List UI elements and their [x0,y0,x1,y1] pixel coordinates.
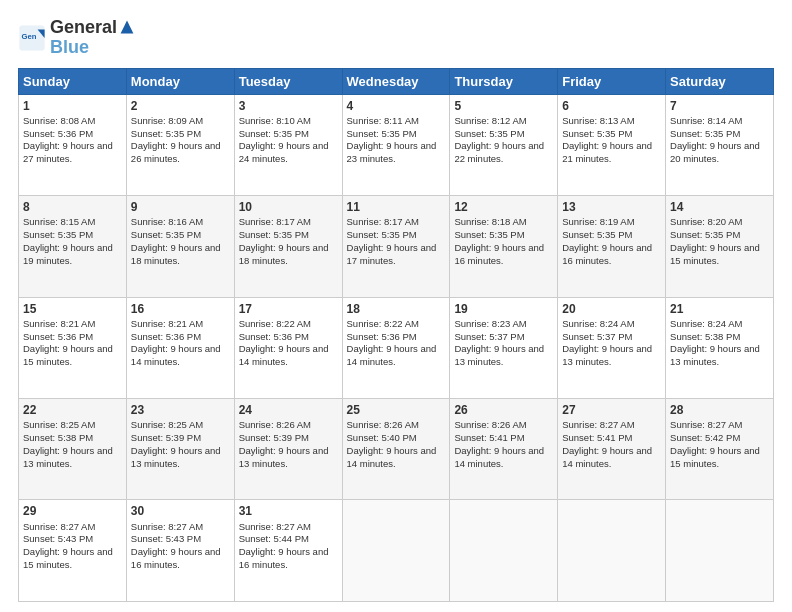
day-number: 27 [562,402,661,418]
day-cell: 5Sunrise: 8:12 AMSunset: 5:35 PMDaylight… [450,94,558,195]
day-number: 25 [347,402,446,418]
day-cell: 16Sunrise: 8:21 AMSunset: 5:36 PMDayligh… [126,297,234,398]
day-cell: 24Sunrise: 8:26 AMSunset: 5:39 PMDayligh… [234,399,342,500]
day-number: 7 [670,98,769,114]
day-number: 23 [131,402,230,418]
day-number: 16 [131,301,230,317]
day-cell: 1Sunrise: 8:08 AMSunset: 5:36 PMDaylight… [19,94,127,195]
svg-text:Gen: Gen [22,32,37,41]
col-header-tuesday: Tuesday [234,68,342,94]
day-number: 17 [239,301,338,317]
day-number: 11 [347,199,446,215]
day-number: 31 [239,503,338,519]
day-cell: 14Sunrise: 8:20 AMSunset: 5:35 PMDayligh… [666,196,774,297]
header: Gen GeneralBlue [18,18,774,58]
calendar-table: SundayMondayTuesdayWednesdayThursdayFrid… [18,68,774,602]
day-cell: 3Sunrise: 8:10 AMSunset: 5:35 PMDaylight… [234,94,342,195]
day-cell: 19Sunrise: 8:23 AMSunset: 5:37 PMDayligh… [450,297,558,398]
day-number: 6 [562,98,661,114]
day-cell [558,500,666,602]
day-cell: 2Sunrise: 8:09 AMSunset: 5:35 PMDaylight… [126,94,234,195]
day-cell: 7Sunrise: 8:14 AMSunset: 5:35 PMDaylight… [666,94,774,195]
day-cell: 29Sunrise: 8:27 AMSunset: 5:43 PMDayligh… [19,500,127,602]
day-number: 18 [347,301,446,317]
day-number: 10 [239,199,338,215]
day-number: 8 [23,199,122,215]
col-header-sunday: Sunday [19,68,127,94]
logo-icon: Gen [18,24,46,52]
day-cell: 27Sunrise: 8:27 AMSunset: 5:41 PMDayligh… [558,399,666,500]
logo: Gen GeneralBlue [18,18,135,58]
day-cell: 18Sunrise: 8:22 AMSunset: 5:36 PMDayligh… [342,297,450,398]
day-cell: 22Sunrise: 8:25 AMSunset: 5:38 PMDayligh… [19,399,127,500]
day-cell [450,500,558,602]
day-number: 30 [131,503,230,519]
day-cell: 8Sunrise: 8:15 AMSunset: 5:35 PMDaylight… [19,196,127,297]
day-cell: 12Sunrise: 8:18 AMSunset: 5:35 PMDayligh… [450,196,558,297]
week-row-4: 22Sunrise: 8:25 AMSunset: 5:38 PMDayligh… [19,399,774,500]
day-cell: 17Sunrise: 8:22 AMSunset: 5:36 PMDayligh… [234,297,342,398]
day-number: 14 [670,199,769,215]
day-number: 26 [454,402,553,418]
day-number: 4 [347,98,446,114]
week-row-5: 29Sunrise: 8:27 AMSunset: 5:43 PMDayligh… [19,500,774,602]
day-cell: 9Sunrise: 8:16 AMSunset: 5:35 PMDaylight… [126,196,234,297]
day-cell: 21Sunrise: 8:24 AMSunset: 5:38 PMDayligh… [666,297,774,398]
day-number: 13 [562,199,661,215]
page: Gen GeneralBlue SundayMondayTuesdayWedne… [0,0,792,612]
col-header-wednesday: Wednesday [342,68,450,94]
week-row-2: 8Sunrise: 8:15 AMSunset: 5:35 PMDaylight… [19,196,774,297]
svg-marker-3 [121,21,134,34]
col-header-monday: Monday [126,68,234,94]
day-number: 19 [454,301,553,317]
day-number: 29 [23,503,122,519]
week-row-3: 15Sunrise: 8:21 AMSunset: 5:36 PMDayligh… [19,297,774,398]
week-row-1: 1Sunrise: 8:08 AMSunset: 5:36 PMDaylight… [19,94,774,195]
day-number: 20 [562,301,661,317]
day-number: 21 [670,301,769,317]
day-cell: 25Sunrise: 8:26 AMSunset: 5:40 PMDayligh… [342,399,450,500]
day-number: 2 [131,98,230,114]
day-cell: 6Sunrise: 8:13 AMSunset: 5:35 PMDaylight… [558,94,666,195]
day-cell: 23Sunrise: 8:25 AMSunset: 5:39 PMDayligh… [126,399,234,500]
day-number: 9 [131,199,230,215]
logo-text: GeneralBlue [50,18,135,58]
col-header-thursday: Thursday [450,68,558,94]
col-header-saturday: Saturday [666,68,774,94]
day-cell: 26Sunrise: 8:26 AMSunset: 5:41 PMDayligh… [450,399,558,500]
day-number: 24 [239,402,338,418]
col-header-friday: Friday [558,68,666,94]
day-number: 22 [23,402,122,418]
day-cell: 4Sunrise: 8:11 AMSunset: 5:35 PMDaylight… [342,94,450,195]
day-cell [666,500,774,602]
day-cell: 31Sunrise: 8:27 AMSunset: 5:44 PMDayligh… [234,500,342,602]
day-number: 28 [670,402,769,418]
day-cell: 20Sunrise: 8:24 AMSunset: 5:37 PMDayligh… [558,297,666,398]
day-number: 15 [23,301,122,317]
day-cell: 11Sunrise: 8:17 AMSunset: 5:35 PMDayligh… [342,196,450,297]
day-cell: 15Sunrise: 8:21 AMSunset: 5:36 PMDayligh… [19,297,127,398]
day-number: 5 [454,98,553,114]
day-number: 12 [454,199,553,215]
day-cell: 13Sunrise: 8:19 AMSunset: 5:35 PMDayligh… [558,196,666,297]
day-number: 3 [239,98,338,114]
day-cell: 30Sunrise: 8:27 AMSunset: 5:43 PMDayligh… [126,500,234,602]
day-cell: 10Sunrise: 8:17 AMSunset: 5:35 PMDayligh… [234,196,342,297]
day-cell: 28Sunrise: 8:27 AMSunset: 5:42 PMDayligh… [666,399,774,500]
day-number: 1 [23,98,122,114]
day-cell [342,500,450,602]
calendar-header-row: SundayMondayTuesdayWednesdayThursdayFrid… [19,68,774,94]
